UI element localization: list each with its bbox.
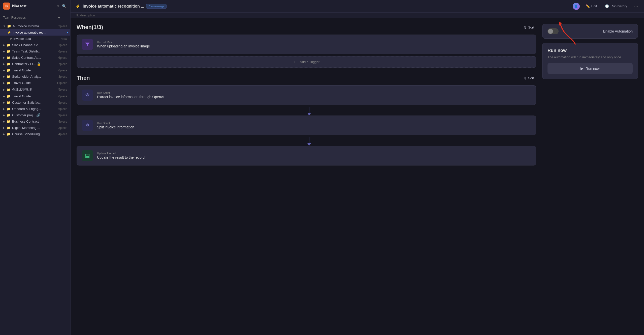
topbar-actions: 👤 ✏️ Edit 🕐 Run history ···	[573, 3, 639, 10]
more-resources-button[interactable]: ···	[62, 14, 67, 21]
sidebar-item-business-contract[interactable]: ▶ 📁 Business Contract... 4piece	[0, 118, 70, 125]
item-count: 2piece	[58, 24, 67, 28]
sidebar-item-stakeholder[interactable]: ▶ 📁 Stakeholder Analy... 3piece	[0, 73, 70, 80]
edit-button[interactable]: ✏️ Edit	[584, 3, 599, 9]
script-icon-2	[82, 120, 93, 131]
expand-icon: ▶	[3, 69, 5, 72]
add-resource-button[interactable]: +	[57, 14, 61, 21]
sidebar-item-customer-proj[interactable]: ▶ 📁 Customer proj... 🔗 9piece	[0, 112, 70, 118]
main-panel: ⚡ Invoice automatic recognition ... Can …	[71, 0, 644, 335]
item-count: 7piece	[58, 62, 67, 66]
script-2-content: Run Script Split invoice information	[97, 122, 134, 129]
expand-icon: ▶	[3, 75, 5, 78]
sort-label: Sort	[528, 25, 534, 29]
sidebar-item-customer-sat[interactable]: ▶ 📁 Customer Satisfac... 6piece	[0, 99, 70, 106]
record-match-content: Record Match When uploading an invoice i…	[97, 41, 150, 48]
sidebar-item-contractor[interactable]: ▶ 📁 Contractor / Fr... 🔒 7piece	[0, 61, 70, 67]
expand-icon: ▶	[3, 50, 5, 53]
item-count: 4row	[61, 37, 67, 41]
step-name-2: Split invoice information	[97, 125, 134, 129]
item-count: 6piece	[58, 69, 67, 72]
right-panel: Enable Automation Run now The automation…	[542, 24, 638, 329]
section-label: Team Resources	[3, 16, 26, 19]
sidebar-header: B bika test ▾ 🔍	[0, 0, 70, 12]
item-name: Travel Guide	[12, 81, 55, 85]
step-name-1: Extract invoice information through Open…	[97, 95, 164, 99]
item-count: 6piece	[58, 107, 67, 111]
run-now-button[interactable]: ▶ Run now	[548, 63, 633, 74]
item-name: Travel Guide	[12, 68, 57, 72]
update-record-content: Update Record Update the result to the r…	[97, 152, 145, 159]
run-now-btn-label: Run now	[586, 67, 599, 71]
sidebar-item-slack[interactable]: ▶ 📁 Slack Channel Sc... 1piece	[0, 42, 70, 48]
expand-icon: ▶	[3, 101, 5, 104]
sidebar-item-onboard[interactable]: ▶ 📁 Onboard & Engag... 6piece	[0, 106, 70, 112]
active-dot	[67, 32, 68, 33]
sidebar-item-digital-marketing[interactable]: ▶ 📁 Digital Marketing ... 3piece	[0, 125, 70, 131]
when-sort-button[interactable]: ⇅ Sort	[522, 24, 536, 30]
record-match-card[interactable]: Record Match When uploading an invoice i…	[77, 35, 536, 54]
sidebar-item-invoice-data[interactable]: # Invoice data 4row	[0, 36, 70, 42]
lightning-icon: ⚡	[76, 4, 81, 9]
when-title: When(1/3)	[77, 24, 103, 31]
trigger-name: When uploading an invoice image	[97, 44, 150, 48]
folder-icon: 📁	[7, 62, 11, 66]
item-count: 9piece	[58, 114, 67, 117]
item-name: Business Contract...	[12, 120, 57, 123]
folder-icon: 📁	[7, 88, 11, 92]
item-name: Sales Contract Au...	[12, 56, 57, 60]
item-name: AI Invoice Informa...	[13, 24, 57, 28]
more-options-button[interactable]: ···	[633, 3, 639, 10]
sidebar-item-team-task[interactable]: ▶ 📁 Team Task Distrib... 6piece	[0, 48, 70, 54]
item-name: Slack Channel Sc...	[12, 43, 57, 47]
enable-automation-toggle[interactable]	[548, 28, 559, 34]
sidebar: B bika test ▾ 🔍 Team Resources + ··· ▼ 📁…	[0, 0, 71, 335]
folder-icon: 📁	[7, 75, 11, 78]
item-name: Team Task Distrib...	[12, 49, 57, 53]
item-count: 4piece	[58, 132, 67, 136]
play-icon: ▶	[581, 66, 584, 71]
sort-label: Sort	[528, 76, 534, 80]
run-now-description: The automation will run immediately and …	[548, 55, 633, 59]
expand-icon: ▶	[3, 126, 5, 129]
script-icon-1	[82, 90, 93, 101]
item-name: Stakeholder Analy...	[12, 75, 57, 78]
expand-icon: ▶	[3, 44, 5, 46]
avatar: 👤	[573, 3, 580, 10]
page-description: No description	[76, 14, 95, 17]
sidebar-item-travel-3[interactable]: ▶ 📁 Travel Guide 6piece	[0, 93, 70, 99]
sidebar-item-sales-contract[interactable]: ▶ 📁 Sales Contract Au... 6piece	[0, 54, 70, 61]
item-count: 3piece	[58, 126, 67, 130]
expand-icon: ▶	[3, 56, 5, 59]
sidebar-item-ai-invoice[interactable]: ▼ 📁 AI Invoice Informa... 2piece	[0, 23, 70, 29]
item-count: 11piece	[57, 81, 67, 85]
add-trigger-button[interactable]: + + Add a Trigger	[77, 56, 536, 68]
expand-icon: ▶	[3, 95, 5, 98]
avatar: B	[3, 3, 10, 10]
expand-icon: ▶	[3, 107, 5, 110]
item-name: 创业比赛管理	[12, 87, 57, 92]
run-script-2-card[interactable]: Run Script Split invoice information	[77, 116, 536, 135]
edit-icon: ✏️	[586, 4, 590, 8]
connector-line	[309, 107, 309, 113]
run-script-1-card[interactable]: Run Script Extract invoice information t…	[77, 85, 536, 105]
sidebar-item-travel-2[interactable]: ▶ 📁 Travel Guide 11piece	[0, 80, 70, 86]
search-button[interactable]: 🔍	[61, 3, 67, 9]
workspace-dropdown-icon[interactable]: ▾	[57, 4, 59, 8]
sort-icon: ⇅	[524, 25, 527, 29]
connector-arrow	[307, 113, 311, 116]
sidebar-item-invoice-auto[interactable]: ⚡ Invoice automatic rec...	[0, 29, 70, 36]
run-history-button[interactable]: 🕐 Run history	[603, 3, 629, 9]
update-icon	[82, 150, 93, 161]
sidebar-item-course-scheduling[interactable]: ▶ 📁 Course Scheduling 4piece	[0, 131, 70, 137]
script-1-content: Run Script Extract invoice information t…	[97, 91, 164, 99]
when-section-header: When(1/3) ⇅ Sort	[77, 24, 536, 31]
sidebar-item-travel-1[interactable]: ▶ 📁 Travel Guide 6piece	[0, 67, 70, 73]
then-sort-button[interactable]: ⇅ Sort	[522, 75, 536, 81]
item-count: 3piece	[58, 75, 67, 78]
connector-2	[82, 137, 536, 146]
topbar-title: ⚡ Invoice automatic recognition ... Can …	[76, 4, 570, 9]
step-name-3: Update the result to the record	[97, 155, 145, 159]
sidebar-item-startup[interactable]: ▶ 📁 创业比赛管理 5piece	[0, 86, 70, 93]
update-record-card[interactable]: Update Record Update the result to the r…	[77, 146, 536, 165]
